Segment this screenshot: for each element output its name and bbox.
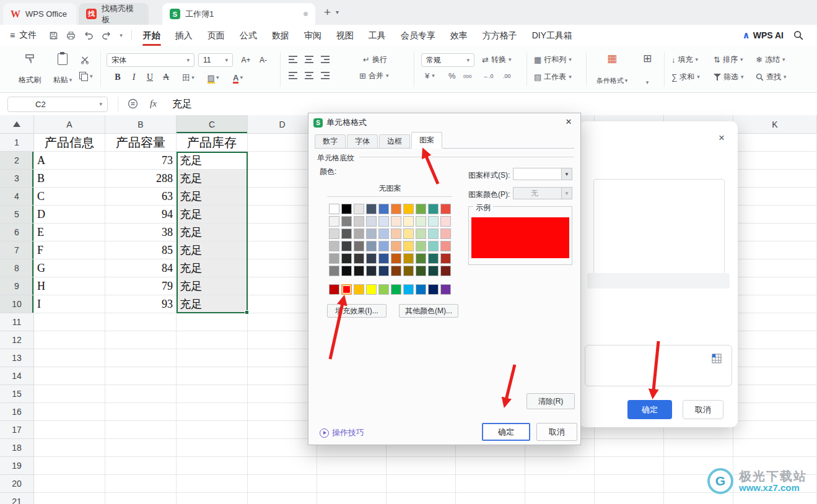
cell-A13[interactable] <box>34 349 105 367</box>
align-middle-icon[interactable] <box>305 56 313 63</box>
cell-C7[interactable]: 充足 <box>177 241 248 259</box>
palette-color-222A35[interactable] <box>366 266 377 276</box>
cell-A21[interactable] <box>34 493 105 504</box>
cell-K7[interactable] <box>733 241 817 259</box>
cell-C1[interactable]: 产品库存 <box>177 134 248 152</box>
palette-color-767171[interactable] <box>354 241 364 251</box>
palette-color-FFD966[interactable] <box>403 241 414 251</box>
background-dialog-range-input[interactable] <box>585 345 732 386</box>
dialog-tab-3[interactable]: 边框 <box>379 134 410 148</box>
file-menu-button[interactable]: ≡ 文件 <box>0 30 44 41</box>
cell-K14[interactable] <box>733 367 817 385</box>
dialog-close-icon[interactable]: × <box>562 115 575 129</box>
row-header-2[interactable]: 2 <box>0 152 34 170</box>
align-top-icon[interactable] <box>289 56 297 63</box>
palette-color-D6EFEC[interactable] <box>428 216 439 227</box>
background-dialog-close-icon[interactable]: × <box>715 131 728 145</box>
redo-icon[interactable] <box>102 31 111 40</box>
cell-B3[interactable]: 288 <box>105 170 177 188</box>
underline-button[interactable]: U <box>142 71 157 84</box>
cell-I18[interactable] <box>595 439 664 457</box>
palette-color-A9D18E[interactable] <box>416 241 426 251</box>
palette-color-E2F0D9[interactable] <box>416 216 426 227</box>
palette-color-262626[interactable] <box>341 253 352 264</box>
formula-bar-value[interactable]: 充足 <box>172 98 192 111</box>
undo-icon[interactable] <box>84 31 94 40</box>
palette-color-333F50[interactable] <box>366 253 377 264</box>
clear-button[interactable]: 清除(R) <box>526 393 575 409</box>
strikethrough-button[interactable]: A <box>159 71 173 84</box>
row-header-15[interactable]: 15 <box>0 385 34 403</box>
new-tab-button[interactable]: + <box>324 0 331 25</box>
palette-color-A6A6A6[interactable] <box>329 253 339 264</box>
cell-B6[interactable]: 38 <box>105 224 177 241</box>
cell-K8[interactable] <box>733 259 817 277</box>
increase-font-button[interactable]: A+ <box>238 53 254 67</box>
cell-C9[interactable]: 充足 <box>177 277 248 295</box>
cell-A1[interactable]: 产品信息 <box>34 134 105 152</box>
menu-item-6[interactable]: 审阅 <box>297 25 329 46</box>
row-header-5[interactable]: 5 <box>0 206 34 224</box>
palette-color-AEDFD9[interactable] <box>428 228 439 239</box>
thousand-separator-button[interactable]: 000 <box>463 74 471 79</box>
cell-A10[interactable]: I <box>34 295 105 313</box>
row-header-20[interactable]: 20 <box>0 475 34 493</box>
cell-B14[interactable] <box>105 367 177 385</box>
cell-B19[interactable] <box>105 457 177 475</box>
cell-B15[interactable] <box>105 385 177 403</box>
palette-color-595959[interactable] <box>341 228 352 239</box>
palette-color-843C0C[interactable] <box>391 266 401 276</box>
row-header-13[interactable]: 13 <box>0 349 34 367</box>
palette-color-445469[interactable] <box>366 204 377 214</box>
palette-color-BF9000[interactable] <box>403 253 414 264</box>
cell-D21[interactable] <box>248 493 317 504</box>
palette-color-F4B183[interactable] <box>391 241 401 251</box>
fill-button[interactable]: ↓ 填充 ▾ <box>671 54 698 65</box>
name-box[interactable]: C2 ▾ <box>7 97 108 112</box>
fill-effects-button[interactable]: 填充效果(I)... <box>327 304 387 318</box>
cell-J18[interactable] <box>664 439 733 457</box>
palette-color-F7B8B1[interactable] <box>440 228 451 239</box>
cell-D16[interactable] <box>248 403 317 421</box>
cell-H21[interactable] <box>525 493 595 504</box>
menu-item-12[interactable]: DIY工具箱 <box>525 25 580 46</box>
row-header-21[interactable]: 21 <box>0 493 34 504</box>
menu-item-3[interactable]: 页面 <box>200 25 232 46</box>
cell-A8[interactable]: G <box>34 259 105 277</box>
palette-color-7F6000[interactable] <box>403 266 414 276</box>
cell-D2[interactable] <box>248 152 317 170</box>
palette-color-B02E20[interactable] <box>440 253 451 264</box>
cell-K4[interactable] <box>733 188 817 206</box>
cell-E20[interactable] <box>317 475 387 493</box>
standard-color-00B0F0[interactable] <box>403 284 414 295</box>
cell-A14[interactable] <box>34 367 105 385</box>
cell-B20[interactable] <box>105 475 177 493</box>
standard-color-92D050[interactable] <box>378 284 389 295</box>
cell-E19[interactable] <box>317 457 387 475</box>
align-right-icon[interactable] <box>321 72 330 79</box>
palette-color-F8CBAD[interactable] <box>391 228 401 239</box>
col-header-A[interactable]: A <box>34 115 105 134</box>
conditional-format-button[interactable]: ▦ 条件格式▾ <box>592 52 632 87</box>
search-icon[interactable] <box>793 30 803 40</box>
cell-B18[interactable] <box>105 439 177 457</box>
cell-B10[interactable]: 93 <box>105 295 177 313</box>
palette-color-4472C4[interactable] <box>378 204 389 214</box>
cell-B12[interactable] <box>105 331 177 349</box>
convert-button[interactable]: ⇄ 转换 ▾ <box>482 54 511 65</box>
selection-fill-handle[interactable] <box>245 310 249 315</box>
cell-A19[interactable] <box>34 457 105 475</box>
palette-color-000000[interactable] <box>341 204 352 214</box>
cell-D4[interactable] <box>248 188 317 206</box>
pattern-style-combo[interactable]: ▼ <box>513 168 572 180</box>
cell-H20[interactable] <box>525 475 595 493</box>
row-header-18[interactable]: 18 <box>0 439 34 457</box>
cell-B7[interactable]: 85 <box>105 241 177 259</box>
cell-I21[interactable] <box>595 493 664 504</box>
palette-color-ED7D31[interactable] <box>391 204 401 214</box>
cell-G21[interactable] <box>456 493 525 504</box>
cell-K6[interactable] <box>733 224 817 241</box>
cell-C5[interactable]: 充足 <box>177 206 248 224</box>
menu-item-9[interactable]: 会员专享 <box>393 25 443 46</box>
borders-button[interactable]: 田 ▾ <box>177 71 199 84</box>
